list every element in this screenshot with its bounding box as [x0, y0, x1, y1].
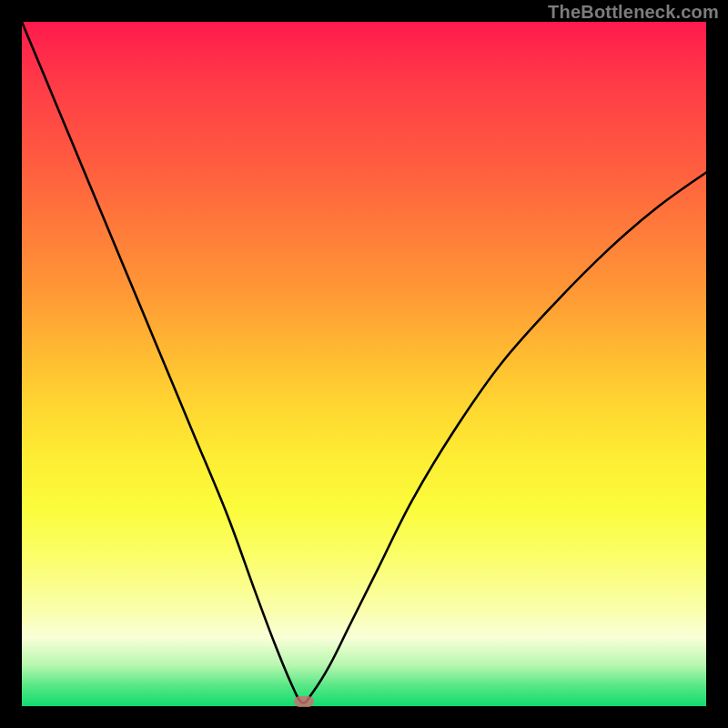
curve-svg: [22, 22, 706, 706]
chart-frame: TheBottleneck.com: [0, 0, 728, 728]
optimum-marker: [294, 696, 314, 707]
bottleneck-curve: [22, 22, 706, 703]
watermark-text: TheBottleneck.com: [548, 2, 719, 23]
plot-area: [22, 22, 706, 706]
